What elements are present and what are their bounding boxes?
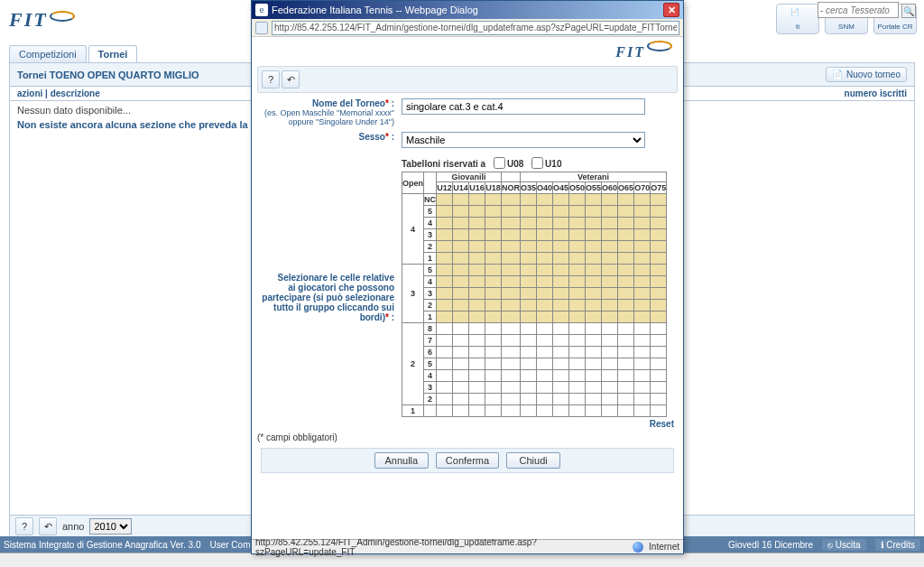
back-icon[interactable]: ↶ [282,70,300,88]
col-azioni: azioni [17,88,42,98]
chiudi-button[interactable]: Chiudi [506,452,560,469]
tab-tornei[interactable]: Tornei [88,45,138,62]
fit-logo-text: FIT [9,8,48,32]
dialog-body: FIT ? ↶ Nome del Torneo* : (es. Open Mas… [252,37,683,539]
sesso-select[interactable]: Maschile [402,132,645,148]
status-version: Sistema Integrato di Gestione Anagrafica… [4,540,200,550]
dialog-button-bar: Annulla Conferma Chiudi [261,448,674,473]
dialog-title: Federazione Italiana Tennis -- Webpage D… [272,5,478,15]
credits-button[interactable]: ℹ Credits [875,539,920,551]
col-numero-iscritti: numero iscritti [845,88,907,98]
tabelloni-grid[interactable]: OpenGiovaniliVeteraniU12U14U16U18NORO35O… [402,172,667,417]
nuovo-torneo-button[interactable]: 📄Nuovo torneo [826,67,907,82]
anno-label: anno [62,521,84,532]
dialog-addressbar [252,19,683,37]
ie-page-small-icon [255,22,268,34]
close-icon[interactable]: ✕ [663,3,679,17]
fit-logo-ball-small-icon [647,41,672,51]
fit-logo: FIT [9,8,75,32]
doc-icon: 📄 [790,8,805,23]
dialog-status-zone: Internet [649,542,679,552]
reserved-row: Tabelloni riservati a U08 U10 [402,155,678,169]
annulla-button[interactable]: Annulla [374,452,429,469]
dialog-url[interactable] [272,21,679,35]
dialog-statusbar: http://85.42.255.124/FIT_Admin/gestione-… [252,539,683,553]
tab-competizioni[interactable]: Competizioni [9,45,87,62]
tabelloni-label: Selezionare le celle relative ai giocato… [257,155,402,429]
dialog-logo-row: FIT [257,41,678,66]
search-input[interactable] [818,2,899,18]
panel-title: Tornei TOENO OPEN QUARTO MIGLIO [17,70,199,80]
anno-select[interactable]: 2010 [89,518,132,534]
plus-icon: 📄 [832,70,843,79]
col-descrizione: descrizione [51,88,100,98]
header-btn-ti[interactable]: 📄ti [776,4,819,34]
reset-link[interactable]: Reset [402,417,678,429]
row-sesso: Sesso* : Maschile [257,132,678,148]
status-date: Giovedì 16 Dicembre [728,540,813,550]
search-area: 🔍 [818,2,917,18]
dialog-status-url: http://85.42.255.124/FIT_Admin/gestione-… [255,537,627,557]
nome-torneo-input[interactable] [402,98,645,115]
u10-checkbox[interactable] [531,157,543,169]
help-icon[interactable]: ? [15,517,33,535]
help-icon[interactable]: ? [262,70,280,88]
tabelloni-area: Selezionare le celle relative ai giocato… [257,155,678,429]
uscita-button[interactable]: ⎋ Uscita [822,539,866,551]
conferma-button[interactable]: Conferma [436,452,499,469]
internet-zone-icon [633,542,643,553]
row-nome-torneo: Nome del Torneo* : (es. Open Maschile "M… [257,98,678,126]
u08-checkbox[interactable] [494,157,505,169]
obbligatori-note: (* campi obbligatori) [257,432,678,442]
dialog-toolbar: ? ↶ [257,66,678,93]
fit-logo-ball-icon [50,11,75,22]
ie-page-icon: e [255,4,268,16]
fit-logo-small: FIT [615,44,645,60]
webpage-dialog: e Federazione Italiana Tennis -- Webpage… [251,0,684,554]
dialog-titlebar[interactable]: e Federazione Italiana Tennis -- Webpage… [252,1,683,19]
back-icon[interactable]: ↶ [39,517,57,535]
search-go[interactable]: 🔍 [901,4,916,18]
